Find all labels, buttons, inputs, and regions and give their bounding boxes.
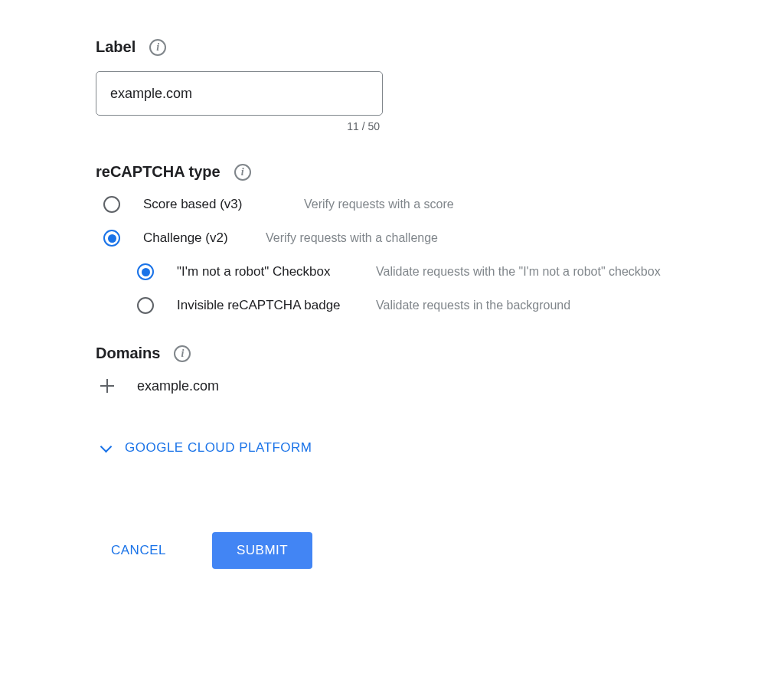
radio-description: Verify requests with a score [304, 198, 454, 211]
radio-sub-option-checkbox[interactable]: "I'm not a robot" Checkbox Validate requ… [96, 263, 784, 280]
radio-button[interactable] [137, 297, 154, 314]
expand-gcp-section[interactable]: GOOGLE CLOUD PLATFORM [96, 440, 784, 456]
recaptcha-type-title: reCAPTCHA type [96, 163, 220, 181]
label-input[interactable] [96, 71, 383, 116]
radio-label: Score based (v3) [143, 197, 281, 212]
expand-label: GOOGLE CLOUD PLATFORM [125, 440, 312, 456]
radio-button[interactable] [103, 230, 120, 247]
radio-option-score-based[interactable]: Score based (v3) Verify requests with a … [96, 196, 784, 213]
radio-button[interactable] [103, 196, 120, 213]
info-icon[interactable] [149, 39, 166, 56]
cancel-button[interactable]: CANCEL [111, 543, 166, 558]
domains-title: Domains [96, 345, 160, 362]
action-buttons: CANCEL SUBMIT [96, 532, 784, 569]
label-header: Label [96, 38, 784, 56]
plus-icon[interactable] [99, 377, 116, 394]
radio-sub-option-invisible[interactable]: Invisible reCAPTCHA badge Validate reque… [96, 297, 784, 314]
label-title: Label [96, 38, 136, 56]
domains-section: Domains example.com [96, 345, 784, 394]
domain-text: example.com [137, 378, 219, 394]
radio-description: Verify requests with a challenge [266, 231, 438, 245]
chevron-down-icon [100, 443, 111, 453]
radio-button[interactable] [137, 263, 154, 280]
radio-description: Validate requests in the background [376, 299, 570, 312]
radio-description: Validate requests with the "I'm not a ro… [376, 265, 661, 279]
radio-label: Challenge (v2) [143, 230, 243, 246]
domain-add-row[interactable]: example.com [96, 377, 784, 394]
label-section: Label 11 / 50 [96, 38, 784, 132]
info-icon[interactable] [234, 164, 251, 181]
info-icon[interactable] [174, 345, 191, 362]
radio-label: "I'm not a robot" Checkbox [177, 264, 353, 279]
domains-header: Domains [96, 345, 784, 362]
recaptcha-type-header: reCAPTCHA type [96, 163, 784, 181]
radio-option-challenge[interactable]: Challenge (v2) Verify requests with a ch… [96, 230, 784, 247]
radio-label: Invisible reCAPTCHA badge [177, 298, 353, 313]
label-char-count: 11 / 50 [96, 120, 383, 132]
submit-button[interactable]: SUBMIT [212, 532, 312, 569]
recaptcha-type-section: reCAPTCHA type Score based (v3) Verify r… [96, 163, 784, 314]
